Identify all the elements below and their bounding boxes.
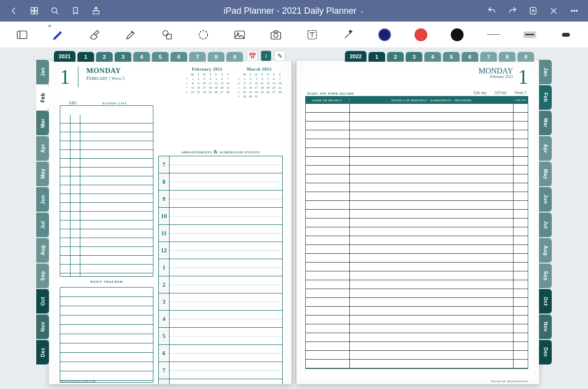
diary-row[interactable]	[306, 360, 528, 368]
quick-tab-1[interactable]: 1	[77, 52, 94, 62]
lasso-tool[interactable]	[195, 26, 212, 44]
stroke-thin[interactable]	[485, 26, 502, 44]
diary-row[interactable]	[306, 166, 528, 174]
diary-row[interactable]	[306, 236, 528, 245]
month-tab-nov[interactable]: Nov	[539, 315, 552, 339]
diary-body[interactable]	[305, 104, 528, 369]
diary-row[interactable]	[306, 201, 528, 210]
eraser-tool[interactable]	[86, 26, 103, 44]
diary-row[interactable]	[306, 174, 528, 183]
year-tab-right[interactable]: 2022	[345, 51, 367, 62]
month-tab-jul[interactable]: Jul	[539, 213, 552, 237]
diary-row[interactable]	[306, 307, 528, 316]
more-button[interactable]	[565, 2, 583, 20]
quick-tab-3[interactable]: 3	[406, 52, 422, 62]
appointments-box[interactable]: 789101112123456789	[158, 156, 283, 384]
quick-tab-8[interactable]: 8	[208, 52, 224, 62]
month-tab-jun[interactable]: Jun	[539, 187, 552, 212]
calendar-icon[interactable]: 📅	[247, 50, 258, 61]
mini-cal-mar[interactable]: March 2021MTWTFSS91234567108910111213141…	[236, 67, 283, 98]
notes-icon[interactable]: ✎	[274, 50, 285, 61]
month-tab-sep[interactable]: Sep	[36, 264, 49, 288]
color-red[interactable]	[412, 26, 430, 44]
diary-row[interactable]	[306, 280, 528, 289]
page-surface[interactable]: JanFebMarAprMayJunJulAugSepOctNovDec Jan…	[0, 48, 588, 389]
appt-row-6[interactable]: 6	[159, 345, 282, 362]
quick-tab-6[interactable]: 6	[171, 52, 187, 62]
month-tab-mar[interactable]: Mar	[36, 111, 49, 135]
undo-button[interactable]	[483, 2, 501, 20]
stroke-medium[interactable]	[521, 26, 539, 44]
month-tab-nov[interactable]: Nov	[36, 315, 49, 339]
color-navy[interactable]	[376, 26, 393, 44]
share-button[interactable]	[87, 2, 105, 20]
redo-button[interactable]	[504, 2, 521, 20]
quick-tab-9[interactable]: 9	[517, 52, 534, 62]
action-list-box[interactable]	[60, 105, 153, 277]
highlighter-tool[interactable]	[122, 26, 140, 44]
quick-tab-2[interactable]: 2	[96, 52, 113, 62]
year-tab-left[interactable]: 2021	[54, 51, 75, 62]
month-tab-aug[interactable]: Aug	[36, 238, 49, 263]
diary-row[interactable]	[306, 183, 528, 192]
diary-row[interactable]	[306, 210, 528, 219]
diary-row[interactable]	[306, 157, 528, 166]
appt-row-7[interactable]: 7	[159, 362, 282, 379]
magic-tool[interactable]	[340, 26, 357, 44]
search-button[interactable]	[46, 2, 64, 20]
diary-row[interactable]	[306, 219, 528, 227]
add-page-button[interactable]	[524, 2, 542, 20]
month-tab-apr[interactable]: Apr	[36, 136, 49, 161]
quick-tab-7[interactable]: 7	[189, 52, 206, 62]
shapes-tool[interactable]	[158, 26, 176, 44]
month-tab-aug[interactable]: Aug	[539, 238, 552, 263]
appt-row-12[interactable]: 12	[159, 242, 282, 259]
diary-row[interactable]	[306, 148, 528, 157]
diary-row[interactable]	[306, 298, 528, 307]
quick-tab-1[interactable]: 1	[368, 52, 385, 62]
quick-tab-8[interactable]: 8	[499, 52, 515, 62]
diary-row[interactable]	[306, 113, 528, 122]
mini-cal-feb[interactable]: February 2021MTWTFSS51234567489101112131…	[184, 67, 231, 98]
quick-tab-3[interactable]: 3	[115, 52, 131, 62]
diary-row[interactable]	[306, 254, 528, 263]
appt-row-10[interactable]: 10	[159, 208, 282, 225]
diary-row[interactable]	[306, 245, 528, 254]
month-tab-oct[interactable]: Oct	[36, 289, 49, 314]
quick-tab-9[interactable]: 9	[226, 52, 243, 62]
appt-row-1[interactable]: 1	[159, 259, 282, 276]
month-tab-may[interactable]: May	[539, 162, 552, 186]
month-tab-apr[interactable]: Apr	[539, 136, 552, 161]
month-tab-sep[interactable]: Sep	[539, 264, 552, 288]
month-tab-oct[interactable]: Oct	[539, 289, 552, 314]
image-tool[interactable]	[231, 26, 248, 44]
diary-row[interactable]	[306, 139, 528, 148]
quick-tab-5[interactable]: 5	[152, 52, 169, 62]
diary-row[interactable]	[306, 122, 528, 130]
close-button[interactable]	[545, 2, 563, 20]
diary-row[interactable]	[306, 324, 528, 333]
month-tab-jun[interactable]: Jun	[36, 187, 49, 212]
appt-row-5[interactable]: 5	[159, 328, 282, 345]
quick-tab-6[interactable]: 6	[462, 52, 478, 62]
diary-row[interactable]	[306, 227, 528, 236]
appt-row-7[interactable]: 7	[159, 156, 282, 173]
pen-tool[interactable]: ∗	[49, 26, 67, 44]
stroke-thick[interactable]	[557, 26, 575, 44]
appt-row-2[interactable]: 2	[159, 276, 282, 293]
diary-row[interactable]	[306, 316, 528, 324]
month-tab-may[interactable]: May	[36, 162, 49, 186]
appt-row-4[interactable]: 4	[159, 311, 282, 328]
quick-tab-4[interactable]: 4	[133, 52, 150, 62]
month-tab-jul[interactable]: Jul	[36, 213, 49, 237]
quick-tab-5[interactable]: 5	[443, 52, 460, 62]
bookmark-button[interactable]	[67, 2, 84, 20]
appt-row-9[interactable]: 9	[159, 191, 282, 208]
appt-row-8[interactable]: 8	[159, 173, 282, 191]
appt-row-8[interactable]: 8	[159, 379, 282, 384]
diary-row[interactable]	[306, 342, 528, 351]
quick-tab-4[interactable]: 4	[424, 52, 441, 62]
right-page[interactable]: Monday February 2021 1 diary and work re…	[296, 61, 539, 384]
quick-tab-2[interactable]: 2	[387, 52, 404, 62]
quick-tab-7[interactable]: 7	[480, 52, 497, 62]
